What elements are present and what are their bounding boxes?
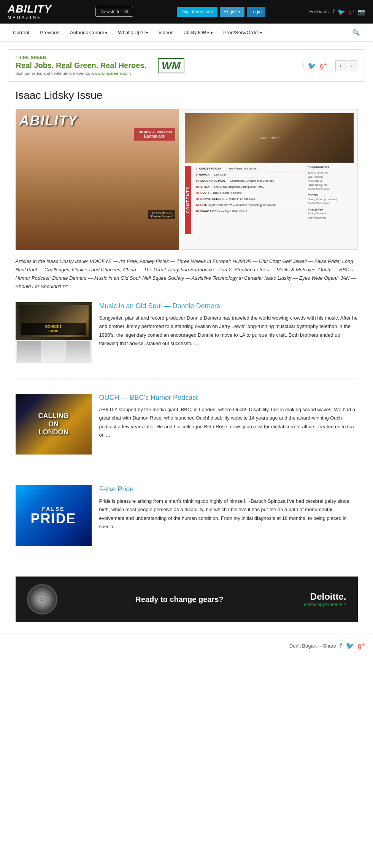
login-button[interactable]: Login <box>247 7 265 17</box>
follow-section: Follow us: f 🐦 g⁺ 📷 <box>310 8 365 16</box>
magazine-interior: [Cover Photo] CONTENTS 6ASHLEY FIOLEK — … <box>181 109 358 250</box>
share-gplus-icon[interactable]: g⁺ <box>358 641 365 650</box>
article-ouch-bbc: CALLINGONLONDON OUCH — BBC's Humor Podca… <box>16 394 358 470</box>
footer-share: Don't Bogart ---Share f 🐦 g⁺ <box>0 634 373 657</box>
nav-item-abilityjobs[interactable]: abilityJOBS <box>179 24 218 41</box>
register-button[interactable]: Register <box>220 7 244 17</box>
article-thumb-false-pride: FALSE PRIDE <box>16 485 92 546</box>
twitter-icon[interactable]: 🐦 <box>338 8 345 16</box>
toc-item-isaac: 48ISAAC LIDSKY — Eyes Wide Open! <box>196 208 306 214</box>
share-label: Don't Bogart ---Share <box>289 643 336 649</box>
nav-item-previous[interactable]: Previous <box>35 24 65 41</box>
issue-description: Articles in the Isaac Lidsky Issue: VOIC… <box>16 257 358 291</box>
facebook-icon[interactable]: f <box>333 8 335 15</box>
article-title-ouch[interactable]: OUCH — BBC's Humor Podcast <box>99 394 358 402</box>
top-header: ABILITY MAGAZINE Newsletter ✉ Digital Ve… <box>0 0 373 24</box>
toc-item-donnie: 38DONNIE DEMERS — Music in an Old Soul <box>196 196 306 202</box>
cover-ability-logo: ABILITY <box>19 113 78 129</box>
toc-item-humor: 8HUMOR — Chit Chat <box>196 172 306 178</box>
cover-life-music-label: LIFE'S MUSIC 'Donnie Demers' <box>148 210 175 219</box>
wm-logo: WM <box>158 58 184 73</box>
banner-next-button[interactable]: › <box>347 60 357 71</box>
banner-gplus-icon[interactable]: g⁺ <box>320 62 327 70</box>
deloitte-careers-link[interactable]: Technology Careers <box>302 602 346 607</box>
banner-think-green: THINK GREEN: <box>16 55 147 60</box>
mail-icon: ✉ <box>124 9 128 14</box>
banner-twitter-icon[interactable]: 🐦 <box>308 62 316 70</box>
article-text-donnie: Songwriter, pianist and record producer … <box>99 314 358 347</box>
interior-photo: [Cover Photo] <box>185 113 354 163</box>
logo: ABILITY MAGAZINE <box>8 4 52 20</box>
article-donnie-demers: DONNIE'SSONG Music in an Old Soul — Donn… <box>16 302 358 379</box>
deloitte-brand-name: Deloitte. <box>302 591 346 602</box>
share-twitter-icon[interactable]: 🐦 <box>346 641 354 650</box>
donnie-top-image: DONNIE'SSONG <box>16 302 92 340</box>
toc-item-neil: 44NEIL SQUIRE SOCIETY — Assistive Techno… <box>196 202 306 208</box>
toc-item-ashley: 6ASHLEY FIOLEK — Three Weeks in Europe! <box>196 166 306 172</box>
deloitte-logo: Deloitte. Technology Careers <box>302 591 346 607</box>
article-content-false-pride: False Pride Pride is pleasure arising fr… <box>99 485 358 546</box>
nav-item-current[interactable]: Current <box>8 24 35 41</box>
deloitte-ad: ⚙ Ready to change gears? Deloitte. Techn… <box>16 577 358 622</box>
header-actions: Digital Versions Register Login <box>177 7 265 17</box>
toc-right-column: CONTRIBUTORS Ashley Fiolek, 58 Jac Charl… <box>308 166 354 234</box>
calling-london-label: CALLINGONLONDON <box>38 412 69 437</box>
article-title-donnie[interactable]: Music in an Old Soul — Donnie Demers <box>99 302 358 310</box>
deloitte-cta: Ready to change gears? <box>69 595 290 604</box>
instagram-icon[interactable]: 📷 <box>358 8 365 16</box>
main-nav: Current Previous Author's Corner What's … <box>0 24 373 42</box>
donnie-thumb-container: DONNIE'SSONG <box>16 302 92 363</box>
banner-facebook-icon[interactable]: f <box>302 62 304 70</box>
nav-item-prod-serv[interactable]: Prod/Serv/Order <box>218 24 267 41</box>
donnie-song-label: DONNIE'SSONG <box>21 323 86 335</box>
banner-prev-button[interactable]: ‹ <box>335 60 346 71</box>
interior-toc: CONTENTS 6ASHLEY FIOLEK — Three Weeks in… <box>185 166 354 234</box>
article-text-false-pride: Pride is pleasure arising from a man's t… <box>99 497 358 531</box>
nav-item-whats-up[interactable]: What's Up?! <box>113 24 153 41</box>
toc-items: 6ASHLEY FIOLEK — Three Weeks in Europe! … <box>196 166 306 234</box>
nav-item-videos[interactable]: Videos <box>153 24 179 41</box>
banner-subtext: Join our ranks and continue to move up. … <box>16 71 147 76</box>
site-sub: MAGAZINE <box>8 15 52 20</box>
banner-social-icons: f 🐦 g⁺ <box>302 62 327 70</box>
newsletter-label: Newsletter <box>100 9 122 14</box>
magazine-cover: ABILITY THE GREAT TANGSHAN Earthquake LI… <box>16 109 179 250</box>
gear-icon: ⚙ <box>27 584 57 615</box>
cover-sticker: THE GREAT TANGSHAN Earthquake <box>134 128 175 141</box>
banner-text: THINK GREEN: Real Jobs. Real Green. Real… <box>16 55 147 76</box>
banner-headline: Real Jobs. Real Green. Real Heroes. <box>16 61 147 70</box>
nav-item-authors-corner[interactable]: Author's Corner <box>65 24 113 41</box>
pride-text: PRIDE <box>30 512 76 526</box>
article-title-false-pride[interactable]: False Pride <box>99 485 358 493</box>
toc-item-ouch: 30OUCH — BBC's Humor Podcast <box>196 190 306 196</box>
banner-navigation: ‹ › <box>335 60 357 71</box>
googleplus-icon[interactable]: g⁺ <box>348 8 355 16</box>
banner-logo: WM <box>158 58 184 73</box>
toc-red-bar: CONTENTS <box>185 166 191 234</box>
article-false-pride: FALSE PRIDE False Pride Pride is pleasur… <box>16 485 358 561</box>
article-thumb-ouch: CALLINGONLONDON <box>16 394 92 455</box>
newsletter-button[interactable]: Newsletter ✉ <box>95 7 133 17</box>
main-content: Isaac Lidsky Issue ABILITY THE GREAT TAN… <box>8 89 365 622</box>
issue-title: Isaac Lidsky Issue <box>16 89 358 101</box>
follow-label: Follow us: <box>310 9 330 14</box>
digital-versions-button[interactable]: Digital Versions <box>177 7 217 17</box>
share-facebook-icon[interactable]: f <box>340 642 342 650</box>
article-content-ouch: OUCH — BBC's Humor Podcast ABILITY stopp… <box>99 394 358 455</box>
magazine-spread: ABILITY THE GREAT TANGSHAN Earthquake LI… <box>16 109 358 250</box>
site-name: ABILITY <box>8 4 52 14</box>
toc-item-china: 18CHINA — The Great Tangshan Earthquake:… <box>196 184 306 190</box>
search-icon[interactable]: 🔍 <box>347 24 365 41</box>
toc-item-longhaul: 14LONG HAUL PAUL — Challenges, Choices a… <box>196 178 306 184</box>
article-thumb-donnie: DONNIE'SSONG <box>16 302 92 363</box>
banner-ad: THINK GREEN: Real Jobs. Real Green. Real… <box>8 49 365 82</box>
article-content-donnie: Music in an Old Soul — Donnie Demers Son… <box>99 302 358 363</box>
deloitte-cta-text: Ready to change gears? <box>69 595 290 604</box>
donnie-pages <box>16 340 92 363</box>
ouch-thumb-image: CALLINGONLONDON <box>16 394 92 455</box>
article-text-ouch: ABILITY stopped by the media giant, BBC,… <box>99 405 358 439</box>
